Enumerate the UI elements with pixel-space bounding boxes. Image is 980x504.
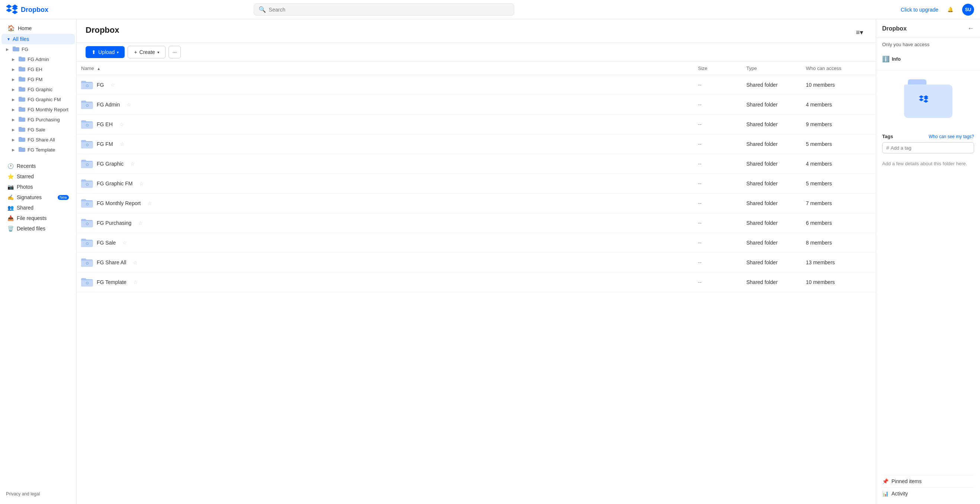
content-header: Dropbox ≡▾ [76,19,876,43]
sidebar-tree-item[interactable]: ▶ FG [0,44,76,54]
folder-icon: ⬡ [81,276,93,288]
file-size: -- [694,273,742,292]
folder-icon-sm [19,96,25,103]
sidebar-item-home[interactable]: 🏠 Home [2,22,75,34]
tree-item-label: FG Template [27,147,55,153]
folder-preview [876,70,980,129]
svg-text:Dropbox: Dropbox [21,6,48,13]
star-button[interactable]: ☆ [133,279,138,285]
sidebar-tree-item[interactable]: ▶ FG FM [0,75,76,85]
svg-text:⬡: ⬡ [86,143,89,147]
photos-icon: 📷 [8,184,14,190]
tag-input[interactable] [891,145,970,151]
tag-input-box[interactable]: # [882,142,974,153]
panel-info-section: ℹ️ Info [876,51,980,70]
pinned-items-section[interactable]: 📌 Pinned items [882,475,974,487]
table-row[interactable]: ⬡ FG Purchasing ☆ -- Shared folder 6 mem… [76,213,876,233]
file-size: -- [694,174,742,193]
file-size: -- [694,154,742,174]
star-button[interactable]: ☆ [130,161,135,167]
col-header-type: Type [742,62,802,75]
svg-text:⬡: ⬡ [86,163,89,166]
access-text: Only you have access [876,38,980,51]
table-row[interactable]: ⬡ FG Sale ☆ -- Shared folder 8 members [76,233,876,253]
sidebar-tree-item[interactable]: ▶ FG Graphic [0,85,76,94]
svg-text:⬡: ⬡ [86,281,89,285]
logo: Dropbox [6,4,58,16]
activity-section[interactable]: 📊 Activity [882,487,974,499]
table-row[interactable]: ⬡ FG Graphic ☆ -- Shared folder 4 member… [76,154,876,174]
dropbox-wordmark: Dropbox [21,5,58,15]
sidebar-tree-item[interactable]: ▶ FG Sale [0,125,76,135]
star-button[interactable]: ☆ [133,260,138,265]
file-size: -- [694,213,742,233]
table-header: Name ▲ Size Type Who can access [76,62,876,75]
close-panel-button[interactable]: ← [967,25,974,32]
star-button[interactable]: ☆ [147,200,152,206]
sidebar-tree-item[interactable]: ▶ FG Admin [0,54,76,64]
tags-help-link[interactable]: Who can see my tags? [929,134,974,139]
folder-icon-sm [19,146,25,153]
search-icon: 🔍 [259,6,266,13]
star-icon: ⭐ [8,174,14,179]
file-type: Shared folder [742,75,802,95]
star-button[interactable]: ☆ [138,220,143,226]
file-name: FG Monthly Report [97,200,141,206]
file-access: 10 members [802,273,876,292]
file-type: Shared folder [742,115,802,134]
folder-icon-sm [19,106,25,113]
upgrade-button[interactable]: Click to upgrade [901,7,938,13]
sidebar-tree-item[interactable]: ▶ FG EH [0,64,76,75]
svg-text:⬡: ⬡ [86,242,89,245]
star-button[interactable]: ☆ [123,240,127,246]
sidebar-deleted-label: Deleted files [17,226,69,231]
col-header-name[interactable]: Name ▲ [76,62,694,75]
sidebar-item-recents[interactable]: 🕐 Recents [2,161,75,171]
tree-item-label: FG Graphic FM [27,97,61,102]
more-options-button[interactable]: ··· [169,46,181,59]
star-button[interactable]: ☆ [127,102,131,108]
sidebar-privacy[interactable]: Privacy and legal [0,487,76,501]
view-toggle-button[interactable]: ≡▾ [852,25,867,40]
create-button[interactable]: + Create ▾ [127,46,165,59]
tree-item-label: FG Share All [27,137,55,143]
sidebar-tree-item[interactable]: ▶ FG Template [0,145,76,155]
notifications-button[interactable]: 🔔 [944,4,956,16]
file-access: 8 members [802,233,876,253]
hash-icon: # [886,145,889,151]
sidebar-item-deleted-files[interactable]: 🗑️ Deleted files [2,223,75,234]
file-size: -- [694,115,742,134]
table-row[interactable]: ⬡ FG Template ☆ -- Shared folder 10 memb… [76,273,876,292]
table-row[interactable]: ⬡ FG FM ☆ -- Shared folder 5 members [76,134,876,154]
table-row[interactable]: ⬡ FG Admin ☆ -- Shared folder 4 members [76,95,876,115]
table-row[interactable]: ⬡ FG Graphic FM ☆ -- Shared folder 5 mem… [76,174,876,193]
search-input[interactable] [269,7,509,13]
upload-button[interactable]: ⬆ Upload ▾ [86,46,125,58]
sidebar-item-photos[interactable]: 📷 Photos [2,182,75,192]
table-row[interactable]: ⬡ FG Share All ☆ -- Shared folder 13 mem… [76,253,876,273]
sidebar-tree-item[interactable]: ▶ FG Share All [0,135,76,145]
table-row[interactable]: ⬡ FG ☆ -- Shared folder 10 members [76,75,876,95]
chevron-right-icon: ▶ [12,57,16,61]
avatar[interactable]: SU [962,4,974,16]
star-button[interactable]: ☆ [119,121,124,127]
dropbox-logo-in-folder [919,94,938,109]
sidebar-item-all-files[interactable]: ▾ All files [2,34,75,44]
table-row[interactable]: ⬡ FG EH ☆ -- Shared folder 9 members [76,115,876,134]
star-button[interactable]: ☆ [110,82,115,88]
sidebar-tree-item[interactable]: ▶ FG Graphic FM [0,94,76,105]
sidebar-item-shared[interactable]: 👥 Shared [2,203,75,213]
sidebar-tree-item[interactable]: ▶ FG Purchasing [0,115,76,125]
star-button[interactable]: ☆ [120,141,125,147]
chevron-right-icon: ▶ [6,47,10,51]
star-button[interactable]: ☆ [139,180,144,187]
chevron-right-icon: ▶ [12,138,16,142]
sidebar-tree-item[interactable]: ▶ FG Monthly Report [0,105,76,115]
table-row[interactable]: ⬡ FG Monthly Report ☆ -- Shared folder 7… [76,193,876,213]
sidebar-item-starred[interactable]: ⭐ Starred [2,171,75,182]
file-access: 13 members [802,253,876,273]
tree-item-label: FG Graphic [27,87,52,93]
tree-item-label: FG Admin [27,57,49,62]
sidebar-item-signatures[interactable]: ✍️ Signatures New [2,192,75,203]
sidebar-item-file-requests[interactable]: 📥 File requests [2,213,75,223]
